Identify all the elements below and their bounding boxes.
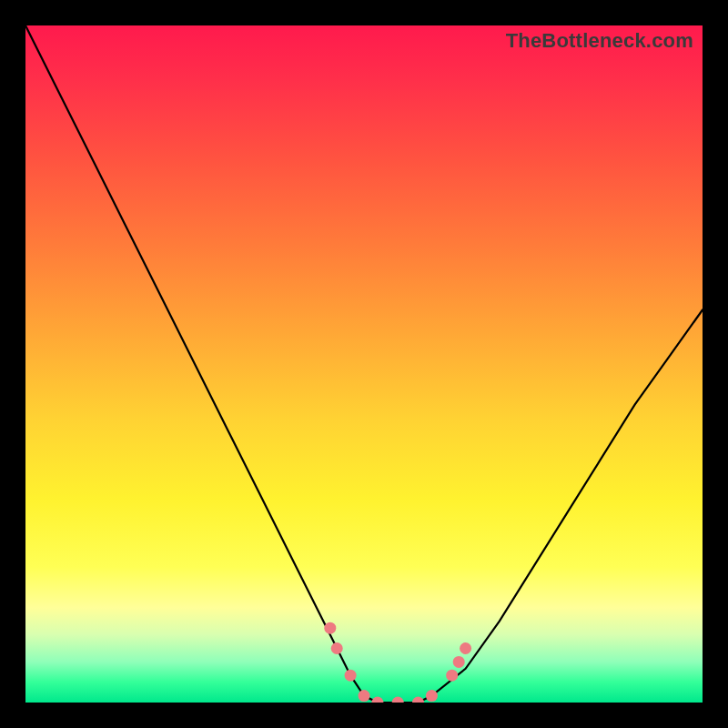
curve-marker (371, 697, 383, 703)
curve-marker (324, 622, 336, 634)
curve-marker (446, 670, 458, 682)
curve-marker (412, 697, 424, 703)
curve-marker (345, 670, 357, 682)
curve-marker (392, 697, 404, 703)
plot-area: TheBottleneck.com (25, 25, 703, 703)
watermark-text: TheBottleneck.com (506, 29, 693, 53)
chart-svg (25, 25, 703, 703)
curve-marker (453, 656, 465, 668)
chart-frame: TheBottleneck.com (0, 0, 728, 728)
curve-marker (331, 642, 343, 654)
curve-markers (324, 622, 471, 703)
curve-marker (359, 690, 370, 702)
bottleneck-curve (25, 25, 703, 703)
curve-marker (426, 690, 438, 702)
curve-marker (460, 642, 471, 654)
